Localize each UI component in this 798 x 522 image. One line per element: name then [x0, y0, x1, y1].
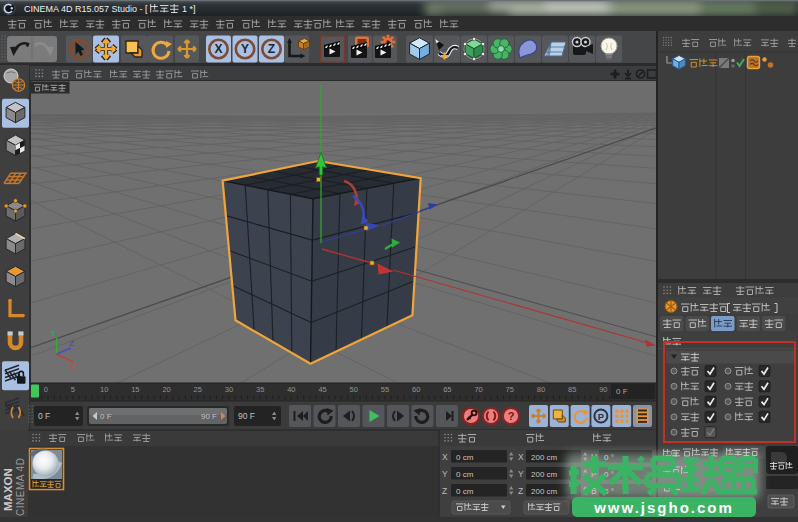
- svg-text:P: P: [598, 411, 605, 422]
- svg-text:40: 40: [287, 385, 295, 394]
- svg-text:X: X: [518, 452, 524, 462]
- svg-text:0 cm: 0 cm: [456, 453, 474, 462]
- svg-text:Y: Y: [50, 329, 56, 338]
- svg-text:0 F: 0 F: [616, 387, 628, 396]
- svg-text:0: 0: [44, 385, 48, 394]
- svg-text:80: 80: [537, 385, 545, 394]
- svg-text:65: 65: [443, 385, 451, 394]
- svg-text:www.jsgho.com: www.jsgho.com: [593, 499, 734, 516]
- svg-text:Z: Z: [69, 339, 74, 348]
- svg-text:X: X: [214, 42, 222, 56]
- svg-text:90 F: 90 F: [238, 411, 255, 421]
- svg-text:?: ?: [508, 410, 515, 422]
- svg-text:200 cm: 200 cm: [531, 453, 558, 462]
- svg-text:Y: Y: [442, 469, 448, 479]
- svg-text:CINEMA 4D: CINEMA 4D: [15, 458, 26, 516]
- svg-text:0 F: 0 F: [100, 412, 112, 421]
- svg-text:25: 25: [194, 385, 202, 394]
- svg-text:Z: Z: [442, 486, 447, 496]
- svg-text:70: 70: [474, 385, 482, 394]
- svg-text:35: 35: [256, 385, 264, 394]
- svg-text:1 *]: 1 *]: [182, 4, 196, 14]
- svg-text:X: X: [70, 362, 76, 371]
- svg-text:30: 30: [225, 385, 233, 394]
- svg-text:Y: Y: [241, 42, 249, 56]
- svg-text:50: 50: [350, 385, 358, 394]
- svg-text:85: 85: [568, 385, 576, 394]
- svg-text:15: 15: [131, 385, 139, 394]
- svg-text:10: 10: [100, 385, 108, 394]
- svg-text:0 F: 0 F: [38, 411, 50, 421]
- svg-text:20: 20: [162, 385, 170, 394]
- svg-text:MAXON: MAXON: [2, 468, 14, 511]
- svg-text:60: 60: [412, 385, 420, 394]
- svg-text:90: 90: [599, 385, 607, 394]
- svg-text:45: 45: [318, 385, 326, 394]
- svg-text:200 cm: 200 cm: [531, 487, 558, 496]
- svg-text:0 cm: 0 cm: [456, 487, 474, 496]
- svg-text:Z: Z: [518, 486, 523, 496]
- svg-text:90 F: 90 F: [201, 412, 217, 421]
- svg-text:5: 5: [71, 385, 75, 394]
- svg-text:75: 75: [506, 385, 514, 394]
- svg-text:200 cm: 200 cm: [531, 470, 558, 479]
- svg-text:0 cm: 0 cm: [456, 470, 474, 479]
- svg-text:Z: Z: [268, 42, 275, 56]
- svg-text:55: 55: [381, 385, 389, 394]
- svg-text:CINEMA 4D R15.057 Studio - [: CINEMA 4D R15.057 Studio - [: [24, 4, 148, 14]
- svg-text:X: X: [442, 452, 448, 462]
- svg-text:Y: Y: [518, 469, 524, 479]
